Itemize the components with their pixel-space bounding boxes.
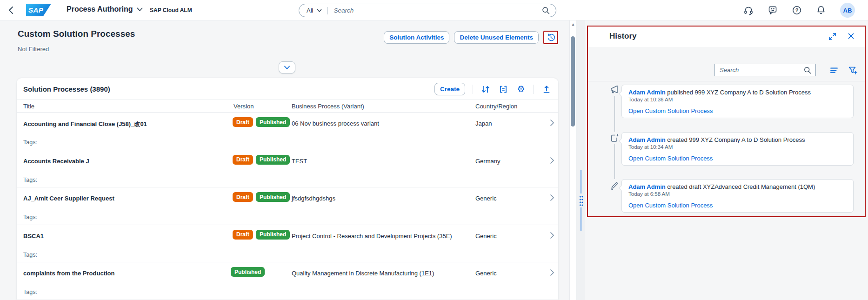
row-title: Accounting and Financial Close (J58)_改01: [23, 120, 147, 128]
divider: [534, 85, 534, 94]
panel-splitter[interactable]: [576, 20, 585, 300]
divider: [473, 85, 473, 94]
country-region: Generic: [475, 233, 497, 240]
feedback-icon[interactable]: [768, 5, 778, 15]
column-country[interactable]: Country/Region: [475, 103, 517, 110]
column-version[interactable]: Version: [234, 103, 254, 110]
entry-timestamp: Today at 10:36 AM: [628, 97, 847, 102]
tags-label: Tags:: [23, 252, 37, 258]
vertical-scrollbar[interactable]: ▲: [569, 20, 576, 300]
search-icon[interactable]: [541, 6, 550, 15]
row-chevron-icon[interactable]: [550, 269, 554, 276]
version-badges: Draft Published: [233, 117, 290, 127]
close-icon[interactable]: [848, 33, 855, 40]
published-badge: Published: [256, 117, 290, 127]
settings-gear-icon[interactable]: ⚙: [516, 84, 526, 94]
tags-label: Tags:: [23, 139, 37, 146]
history-entry: Adam Admin created 999 XYZ Company A to …: [621, 132, 854, 166]
solution-activities-button[interactable]: Solution Activities: [384, 31, 449, 44]
history-button[interactable]: [543, 31, 558, 44]
solution-processes-card: Solution Processes (3890) Create: [17, 78, 558, 300]
history-header: History: [588, 27, 865, 47]
main-content: Custom Solution Processes Not Filtered S…: [0, 20, 569, 300]
table-row[interactable]: Accounts Receivable J Draft Published TE…: [17, 150, 558, 188]
open-process-link[interactable]: Open Custom Solution Process: [628, 202, 713, 209]
row-chevron-icon[interactable]: [550, 119, 554, 127]
version-badges: Published: [231, 267, 265, 277]
column-title[interactable]: Title: [23, 103, 34, 110]
product-switcher[interactable]: Process Authoring: [67, 5, 143, 13]
group-icon[interactable]: [498, 84, 508, 94]
entry-text: Adam Admin created draft XYZAdvanced Cre…: [628, 183, 847, 190]
scrollbar-thumb[interactable]: [571, 36, 575, 127]
history-search-input[interactable]: [720, 67, 803, 73]
table-row[interactable]: complaints from the Production Published…: [17, 262, 558, 300]
open-process-link[interactable]: Open Custom Solution Process: [628, 155, 713, 162]
table-title: Solution Processes (3890): [23, 85, 110, 93]
row-title: BSCA1: [23, 233, 44, 240]
row-chevron-icon[interactable]: [550, 232, 554, 239]
back-icon[interactable]: [7, 6, 17, 15]
tags-label: Tags:: [23, 177, 37, 183]
filter-status: Not Filtered: [18, 46, 49, 53]
published-badge: Published: [256, 155, 290, 165]
splitter-line: [581, 170, 581, 193]
user-link[interactable]: Adam Admin: [628, 89, 666, 96]
published-badge: Published: [256, 230, 290, 240]
search-input[interactable]: [334, 7, 538, 14]
row-title: AJ_Amit Ceer Supplier Request: [23, 195, 114, 202]
search-icon[interactable]: [803, 66, 812, 74]
business-process-variant: 06 Nov business process variant: [292, 120, 379, 127]
user-link[interactable]: Adam Admin: [628, 183, 666, 190]
open-process-link[interactable]: Open Custom Solution Process: [628, 107, 713, 114]
shell-search: All: [299, 4, 556, 17]
chevron-down-icon[interactable]: [317, 9, 322, 13]
table-row[interactable]: Accounting and Financial Close (J58)_改01…: [17, 113, 558, 150]
entry-timestamp: Today at 6:58 AM: [628, 191, 847, 197]
table-row[interactable]: BSCA1 Draft Published Project Control - …: [17, 225, 558, 263]
edit-pencil-icon: [609, 179, 621, 191]
shell-bar: SAP Process Authoring SAP Cloud ALM All: [0, 0, 868, 20]
table-row[interactable]: AJ_Amit Ceer Supplier Request Draft Publ…: [17, 187, 558, 225]
row-title: complaints from the Production: [23, 270, 114, 277]
history-annotation-box: History: [587, 26, 866, 217]
search-scope-select[interactable]: All: [307, 7, 313, 14]
user-link[interactable]: Adam Admin: [628, 136, 666, 143]
notifications-bell-icon[interactable]: [816, 5, 826, 15]
scrollbar-up-arrow-icon[interactable]: ▲: [570, 22, 576, 27]
row-chevron-icon[interactable]: [550, 157, 554, 164]
shell-actions: ? AB: [743, 3, 855, 18]
history-panel: History: [585, 20, 868, 300]
row-chevron-icon[interactable]: [550, 194, 554, 201]
chevron-down-icon: [284, 66, 290, 70]
support-headset-icon[interactable]: [743, 5, 754, 15]
delete-unused-elements-button[interactable]: Delete Unused Elements: [454, 31, 539, 44]
app-window: SAP Process Authoring SAP Cloud ALM All: [0, 0, 868, 300]
tags-label: Tags:: [23, 289, 37, 295]
help-icon[interactable]: ?: [792, 5, 802, 15]
sort-icon[interactable]: [481, 84, 491, 94]
fullscreen-icon[interactable]: [828, 33, 836, 40]
country-region: Germany: [475, 158, 500, 165]
entry-action: published 999 XYZ Company A to D Solutio…: [666, 89, 811, 96]
add-filter-icon[interactable]: [848, 65, 858, 75]
splitter-grip-icon[interactable]: [579, 195, 583, 206]
table-toolbar: Create ⚙: [434, 83, 552, 95]
divider: [588, 81, 865, 81]
entry-text: Adam Admin published 999 XYZ Company A t…: [628, 89, 847, 96]
country-region: Generic: [475, 270, 497, 277]
chevron-down-icon: [137, 7, 143, 12]
business-process-variant: TEST: [292, 158, 307, 165]
page-title: Custom Solution Processes: [18, 29, 135, 39]
version-badges: Draft Published: [233, 192, 290, 202]
expand-header-button[interactable]: [279, 61, 295, 73]
draft-badge: Draft: [233, 230, 253, 240]
history-search: [714, 64, 816, 76]
column-headers: Title Version Business Process (Variant)…: [17, 100, 558, 113]
create-button[interactable]: Create: [434, 83, 465, 95]
sort-lines-icon[interactable]: [829, 65, 839, 75]
export-icon[interactable]: [541, 84, 552, 94]
history-entry: Adam Admin published 999 XYZ Company A t…: [621, 85, 854, 118]
column-business-process[interactable]: Business Process (Variant): [292, 103, 364, 110]
user-avatar[interactable]: AB: [840, 3, 855, 18]
